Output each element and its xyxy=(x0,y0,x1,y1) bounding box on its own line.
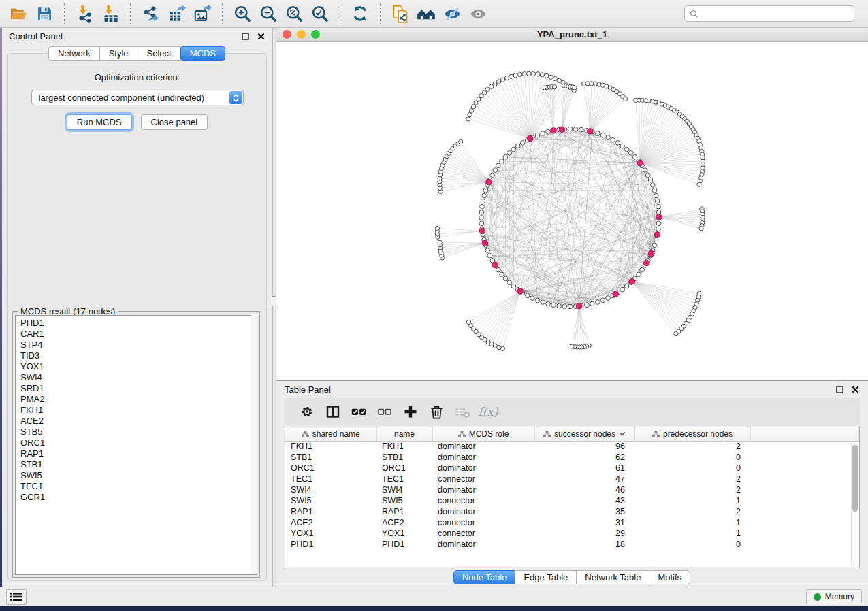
table-row[interactable]: TEC1TEC1connector472 xyxy=(285,474,859,484)
mcds-list-scrollbar[interactable] xyxy=(251,314,257,574)
save-floppy-icon xyxy=(36,5,53,22)
tab-network[interactable]: Network xyxy=(48,46,100,61)
table-row[interactable]: SWI4SWI4dominator462 xyxy=(285,484,859,495)
shared-column-icon xyxy=(302,431,309,437)
column-header-predecessor-nodes[interactable]: predecessor nodes xyxy=(634,427,750,441)
mcds-result-item[interactable]: SWI4 xyxy=(20,372,257,383)
list-icon xyxy=(10,592,22,601)
run-mcds-button[interactable]: Run MCDS xyxy=(67,114,132,130)
column-header-name[interactable]: name xyxy=(376,427,432,441)
clone-network-button[interactable] xyxy=(387,2,413,25)
mcds-result-item[interactable]: STB1 xyxy=(20,459,257,470)
table-row[interactable]: RAP1RAP1dominator352 xyxy=(285,506,859,517)
tab-mcds[interactable]: MCDS xyxy=(180,46,225,61)
window-zoom-light[interactable] xyxy=(311,30,320,39)
open-file-button[interactable] xyxy=(5,2,31,25)
table-row[interactable]: YOX1YOX1connector291 xyxy=(285,528,859,539)
mcds-result-item[interactable]: GCR1 xyxy=(20,492,257,503)
window-minimize-light[interactable] xyxy=(297,30,306,39)
table-settings-button[interactable] xyxy=(294,401,320,423)
export-table-icon xyxy=(167,5,186,23)
tab-select[interactable]: Select xyxy=(138,46,181,61)
export-image-icon xyxy=(193,5,212,23)
hide-selected-button[interactable] xyxy=(439,2,465,25)
mcds-result-item[interactable]: SWI5 xyxy=(20,470,257,481)
save-session-button[interactable] xyxy=(31,2,57,25)
float-table-panel-icon[interactable] xyxy=(835,384,844,394)
mcds-result-item[interactable]: ACE2 xyxy=(20,416,257,427)
network-graph[interactable] xyxy=(276,42,868,380)
deselect-all-button[interactable] xyxy=(372,401,398,423)
float-panel-icon[interactable] xyxy=(240,31,250,41)
tab-edge-table[interactable]: Edge Table xyxy=(515,570,577,584)
zoom-selected-button[interactable] xyxy=(307,2,333,25)
mcds-result-item[interactable]: STP4 xyxy=(20,340,257,350)
tab-style[interactable]: Style xyxy=(99,46,138,61)
mcds-result-list[interactable]: PHD1CAR1STP4TID3YOX1SWI4SRD1PMA2FKH1ACE2… xyxy=(15,315,257,575)
toolbar-separator xyxy=(222,3,223,24)
select-all-button[interactable] xyxy=(346,401,372,423)
window-close-light[interactable] xyxy=(283,30,291,39)
tab-motifs[interactable]: Motifs xyxy=(649,570,690,584)
dropdown-stepper-icon xyxy=(229,91,242,104)
column-header-successor-nodes[interactable]: successor nodes xyxy=(534,427,634,441)
search-field xyxy=(684,5,854,22)
close-table-panel-icon[interactable] xyxy=(850,384,860,394)
zoom-in-button[interactable] xyxy=(229,2,255,25)
delete-table-button xyxy=(449,401,475,423)
table-row[interactable]: SWI5SWI5connector431 xyxy=(285,495,859,506)
mcds-result-item[interactable]: ORC1 xyxy=(20,437,257,448)
zoom-in-icon xyxy=(234,5,252,23)
import-network-button[interactable] xyxy=(71,2,97,25)
first-neighbors-button[interactable] xyxy=(413,2,439,25)
criterion-selected-value: largest connected component (undirected) xyxy=(39,93,205,103)
zoom-out-button[interactable] xyxy=(255,2,281,25)
function-builder-button: f(x) xyxy=(475,401,501,423)
table-panel-title: Table Panel xyxy=(285,384,331,395)
search-icon xyxy=(690,10,698,18)
table-scrollbar-thumb[interactable] xyxy=(852,445,858,512)
shared-column-icon xyxy=(652,431,660,437)
delete-columns-button[interactable] xyxy=(423,401,449,423)
mcds-result-item[interactable]: FKH1 xyxy=(20,405,257,416)
export-network-button[interactable] xyxy=(138,2,163,25)
column-header-MCDS-role[interactable]: MCDS role xyxy=(432,427,534,441)
search-input[interactable] xyxy=(703,9,849,18)
table-row[interactable]: STB1STB1dominator620 xyxy=(285,452,859,463)
tab-network-table[interactable]: Network Table xyxy=(576,570,649,584)
column-header-shared-name[interactable]: shared name xyxy=(285,427,376,441)
mcds-result-item[interactable]: PHD1 xyxy=(20,318,257,329)
memory-label: Memory xyxy=(825,592,854,601)
close-panel-icon[interactable] xyxy=(256,31,266,41)
refresh-view-button[interactable] xyxy=(347,2,373,25)
mcds-result-item[interactable]: YOX1 xyxy=(20,361,257,372)
table-row[interactable]: ORC1ORC1dominator610 xyxy=(285,463,859,474)
memory-button[interactable]: Memory xyxy=(806,589,862,604)
table-row[interactable]: ACE2ACE2connector311 xyxy=(285,517,859,528)
table-row[interactable]: PHD1PHD1dominator180 xyxy=(285,539,859,550)
close-panel-button[interactable]: Close panel xyxy=(141,114,208,130)
table-scrollbar-track[interactable] xyxy=(851,443,858,564)
mcds-result-item[interactable]: RAP1 xyxy=(20,448,257,459)
criterion-dropdown[interactable]: largest connected component (undirected) xyxy=(31,90,244,105)
export-image-button[interactable] xyxy=(189,2,215,25)
table-row[interactable]: FKH1FKH1dominator962 xyxy=(285,441,859,452)
import-table-button[interactable] xyxy=(97,2,123,25)
main-toolbar xyxy=(0,0,868,28)
show-all-button[interactable] xyxy=(465,2,491,25)
task-history-button[interactable] xyxy=(6,589,27,605)
mcds-result-item[interactable]: CAR1 xyxy=(20,329,257,340)
plus-icon xyxy=(402,403,419,420)
mcds-result-item[interactable]: SRD1 xyxy=(20,383,257,394)
shared-column-icon xyxy=(458,431,466,437)
add-column-button[interactable] xyxy=(398,401,423,423)
toggle-columns-button[interactable] xyxy=(320,401,346,423)
tab-node-table[interactable]: Node Table xyxy=(453,570,516,584)
export-table-button[interactable] xyxy=(163,2,189,25)
mcds-result-item[interactable]: STB5 xyxy=(20,427,257,437)
mcds-result-item[interactable]: PMA2 xyxy=(20,394,257,405)
mcds-result-item[interactable]: TID3 xyxy=(20,350,257,361)
mcds-result-item[interactable]: TEC1 xyxy=(20,481,257,492)
network-canvas[interactable] xyxy=(276,42,868,380)
zoom-fit-button[interactable] xyxy=(281,2,307,25)
